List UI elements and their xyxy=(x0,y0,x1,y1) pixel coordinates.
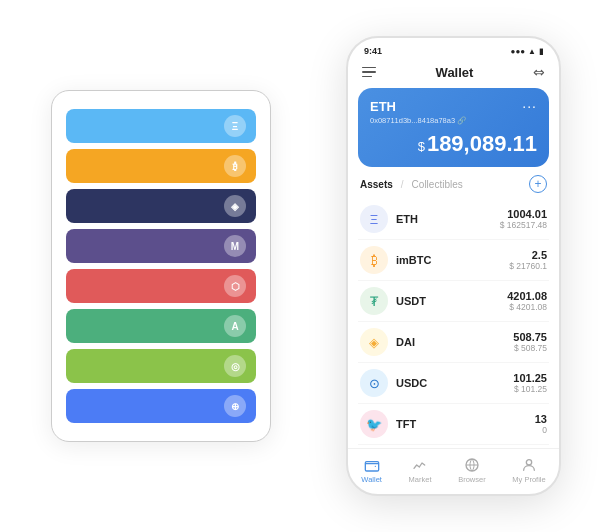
usdc-icon: ⊙ xyxy=(360,369,388,397)
dai-amounts: 508.75 $ 508.75 xyxy=(513,331,547,353)
assets-tab-divider: / xyxy=(401,179,404,190)
hamburger-menu-icon[interactable] xyxy=(362,67,376,78)
asset-item-tft[interactable]: 🐦 TFT 13 0 xyxy=(358,404,549,445)
asset-item-eth[interactable]: Ξ ETH 1004.01 $ 162517.48 xyxy=(358,199,549,240)
phone-header: Wallet ⇔ xyxy=(348,60,559,88)
card-stack-item-2[interactable]: ₿ xyxy=(66,149,256,183)
usdt-amounts: 4201.08 $ 4201.08 xyxy=(507,290,547,312)
card-icon-6: A xyxy=(224,315,246,337)
card-icon-3: ◈ xyxy=(224,195,246,217)
imbtc-amounts: 2.5 $ 21760.1 xyxy=(509,249,547,271)
eth-card-menu-dots[interactable]: ··· xyxy=(522,98,537,114)
dai-usd: $ 508.75 xyxy=(513,343,547,353)
dai-amount: 508.75 xyxy=(513,331,547,343)
card-icon-7: ◎ xyxy=(224,355,246,377)
scene: Ξ ₿ ◈ M ⬡ A ◎ ⊕ 9:41 ●●● ▲ ▮ Wallet ⇔ xyxy=(11,11,591,521)
card-stack-item-4[interactable]: M xyxy=(66,229,256,263)
card-stack-item-7[interactable]: ◎ xyxy=(66,349,256,383)
eth-amounts: 1004.01 $ 162517.48 xyxy=(500,208,547,230)
nav-item-market[interactable]: Market xyxy=(409,457,432,484)
nav-label-wallet: Wallet xyxy=(361,475,382,484)
eth-icon: Ξ xyxy=(360,205,388,233)
wifi-icon: ▲ xyxy=(528,47,536,56)
nav-label-profile: My Profile xyxy=(512,475,545,484)
eth-card-address: 0x08711d3b...8418a78a3 🔗 xyxy=(370,116,537,125)
usdt-name: USDT xyxy=(396,295,507,307)
usdc-usd: $ 101.25 xyxy=(513,384,547,394)
nav-item-browser[interactable]: Browser xyxy=(458,457,486,484)
nav-label-market: Market xyxy=(409,475,432,484)
signal-icon: ●●● xyxy=(511,47,526,56)
eth-usd: $ 162517.48 xyxy=(500,220,547,230)
eth-card[interactable]: ETH ··· 0x08711d3b...8418a78a3 🔗 $189,08… xyxy=(358,88,549,167)
imbtc-icon: ₿ xyxy=(360,246,388,274)
card-icon-8: ⊕ xyxy=(224,395,246,417)
dai-name: DAI xyxy=(396,336,513,348)
asset-item-imbtc[interactable]: ₿ imBTC 2.5 $ 21760.1 xyxy=(358,240,549,281)
eth-card-top: ETH ··· xyxy=(370,98,537,114)
asset-item-usdc[interactable]: ⊙ USDC 101.25 $ 101.25 xyxy=(358,363,549,404)
status-time: 9:41 xyxy=(364,46,382,56)
nav-item-wallet[interactable]: Wallet xyxy=(361,457,382,484)
imbtc-usd: $ 21760.1 xyxy=(509,261,547,271)
battery-icon: ▮ xyxy=(539,47,543,56)
card-icon-1: Ξ xyxy=(224,115,246,137)
eth-card-title: ETH xyxy=(370,99,396,114)
eth-card-link-icon: 🔗 xyxy=(457,116,466,125)
nav-label-browser: Browser xyxy=(458,475,486,484)
card-stack-item-8[interactable]: ⊕ xyxy=(66,389,256,423)
asset-item-dai[interactable]: ◈ DAI 508.75 $ 508.75 xyxy=(358,322,549,363)
bottom-nav: Wallet Market Browser xyxy=(348,448,559,494)
tft-usd: 0 xyxy=(535,425,547,435)
usdt-icon: ₮ xyxy=(360,287,388,315)
tft-name: TFT xyxy=(396,418,535,430)
usdt-usd: $ 4201.08 xyxy=(507,302,547,312)
tab-collectibles[interactable]: Collectibles xyxy=(412,179,463,190)
imbtc-name: imBTC xyxy=(396,254,509,266)
tab-assets[interactable]: Assets xyxy=(360,179,393,190)
card-stack-item-3[interactable]: ◈ xyxy=(66,189,256,223)
svg-point-2 xyxy=(526,460,531,465)
imbtc-amount: 2.5 xyxy=(509,249,547,261)
eth-amount: 1004.01 xyxy=(500,208,547,220)
eth-name: ETH xyxy=(396,213,500,225)
expand-icon[interactable]: ⇔ xyxy=(533,64,545,80)
tft-icon: 🐦 xyxy=(360,410,388,438)
usdt-amount: 4201.08 xyxy=(507,290,547,302)
status-icons: ●●● ▲ ▮ xyxy=(511,47,543,56)
card-icon-2: ₿ xyxy=(224,155,246,177)
nav-item-profile[interactable]: My Profile xyxy=(512,457,545,484)
card-stack: Ξ ₿ ◈ M ⬡ A ◎ ⊕ xyxy=(51,90,271,442)
card-stack-item-5[interactable]: ⬡ xyxy=(66,269,256,303)
usdc-amounts: 101.25 $ 101.25 xyxy=(513,372,547,394)
tft-amounts: 13 0 xyxy=(535,413,547,435)
phone-frame: 9:41 ●●● ▲ ▮ Wallet ⇔ ETH ··· 0x xyxy=(346,36,561,496)
usdc-name: USDC xyxy=(396,377,513,389)
asset-item-usdt[interactable]: ₮ USDT 4201.08 $ 4201.08 xyxy=(358,281,549,322)
wallet-nav-icon xyxy=(364,457,380,473)
dai-icon: ◈ xyxy=(360,328,388,356)
market-nav-icon xyxy=(412,457,428,473)
status-bar: 9:41 ●●● ▲ ▮ xyxy=(348,38,559,60)
card-icon-4: M xyxy=(224,235,246,257)
card-icon-5: ⬡ xyxy=(224,275,246,297)
usdc-amount: 101.25 xyxy=(513,372,547,384)
add-asset-button[interactable]: + xyxy=(529,175,547,193)
browser-nav-icon xyxy=(464,457,480,473)
eth-card-balance: $189,089.11 xyxy=(370,131,537,157)
profile-nav-icon xyxy=(521,457,537,473)
card-stack-item-1[interactable]: Ξ xyxy=(66,109,256,143)
assets-tabs: Assets / Collectibles xyxy=(360,179,463,190)
asset-list: Ξ ETH 1004.01 $ 162517.48 ₿ imBTC 2.5 $ … xyxy=(348,199,559,448)
card-stack-item-6[interactable]: A xyxy=(66,309,256,343)
assets-header: Assets / Collectibles + xyxy=(348,175,559,199)
tft-amount: 13 xyxy=(535,413,547,425)
header-title: Wallet xyxy=(436,65,474,80)
